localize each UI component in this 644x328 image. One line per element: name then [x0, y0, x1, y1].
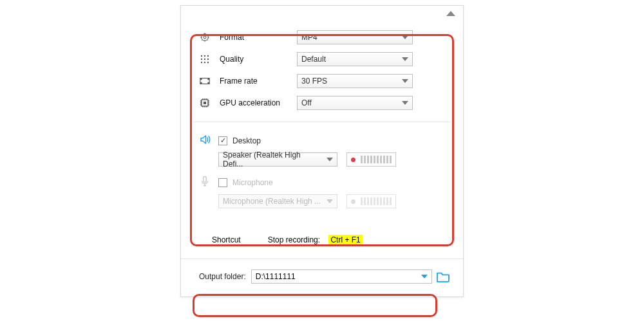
- audio-settings-section: Desktop Speaker (Realtek High Defi... Mi…: [181, 122, 463, 229]
- stop-recording-label: Stop recording:: [268, 235, 320, 244]
- format-value: MP4: [301, 33, 317, 42]
- frame-rate-icon: [199, 75, 211, 87]
- chevron-down-icon: [327, 199, 333, 203]
- svg-point-3: [204, 55, 205, 57]
- gpu-value: Off: [301, 98, 312, 107]
- chevron-down-icon: [421, 275, 428, 278]
- svg-point-5: [201, 59, 202, 60]
- desktop-audio-row: Desktop: [199, 134, 445, 147]
- desktop-device-select[interactable]: Speaker (Realtek High Defi...: [218, 152, 337, 167]
- quality-select[interactable]: Default: [297, 52, 413, 66]
- gpu-select[interactable]: Off: [297, 96, 413, 110]
- microphone-checkbox[interactable]: [218, 178, 227, 187]
- video-settings-section: Format MP4 Quality Default Frame rate 30…: [181, 19, 463, 122]
- speaker-icon: [199, 134, 213, 147]
- desktop-device-value: Speaker (Realtek High Defi...: [223, 150, 323, 169]
- svg-point-6: [204, 59, 205, 60]
- shortcut-label: Shortcut: [212, 235, 241, 244]
- desktop-device-row: Speaker (Realtek High Defi...: [218, 152, 445, 167]
- svg-point-2: [201, 55, 202, 57]
- svg-point-4: [207, 55, 209, 57]
- quality-icon: [199, 53, 211, 65]
- record-indicator-icon: [351, 158, 355, 162]
- chevron-down-icon: [327, 158, 333, 161]
- chevron-down-icon: [402, 79, 408, 83]
- svg-point-1: [204, 36, 206, 39]
- svg-rect-14: [207, 78, 209, 80]
- desktop-label: Desktop: [232, 136, 261, 145]
- quality-value: Default: [301, 55, 326, 64]
- collapse-icon[interactable]: [446, 11, 455, 16]
- svg-point-9: [204, 62, 205, 63]
- quality-row: Quality Default: [199, 52, 445, 66]
- svg-rect-13: [200, 82, 202, 84]
- panel-collapse-row: [181, 6, 463, 19]
- microphone-icon: [199, 176, 213, 189]
- settings-panel: Format MP4 Quality Default Frame rate 30…: [180, 5, 464, 297]
- microphone-device-row: Microphone (Realtek High ...: [218, 194, 445, 208]
- output-folder-path: D:\1111111: [256, 272, 296, 281]
- browse-folder-button[interactable]: [436, 271, 450, 282]
- chevron-down-icon: [402, 35, 408, 39]
- chevron-down-icon: [402, 57, 408, 61]
- gpu-label: GPU acceleration: [220, 98, 297, 107]
- svg-point-10: [207, 62, 209, 63]
- stop-recording-key[interactable]: Ctrl + F1: [328, 235, 362, 245]
- quality-label: Quality: [220, 55, 297, 64]
- microphone-device-select: Microphone (Realtek High ...: [218, 194, 337, 208]
- output-folder-select[interactable]: D:\1111111: [251, 269, 432, 284]
- svg-rect-15: [207, 82, 209, 84]
- desktop-checkbox[interactable]: [218, 136, 227, 145]
- format-icon: [199, 32, 211, 43]
- gpu-row: GPU acceleration Off: [199, 96, 445, 110]
- format-row: Format MP4: [199, 30, 445, 44]
- microphone-device-value: Microphone (Realtek High ...: [223, 197, 321, 206]
- svg-rect-17: [204, 102, 206, 104]
- frame-rate-label: Frame rate: [220, 77, 297, 86]
- frame-rate-value: 30 FPS: [301, 77, 327, 86]
- microphone-level-meter: [346, 194, 396, 208]
- frame-rate-row: Frame rate 30 FPS: [199, 74, 445, 88]
- desktop-level-meter: [346, 152, 396, 167]
- chevron-down-icon: [402, 101, 408, 105]
- annotation-output-highlight: [193, 294, 437, 317]
- svg-rect-12: [200, 78, 202, 80]
- gpu-icon: [199, 97, 211, 109]
- level-bars: [361, 156, 392, 163]
- svg-rect-18: [204, 177, 207, 183]
- output-folder-label: Output folder:: [199, 272, 246, 281]
- svg-point-7: [207, 59, 209, 60]
- microphone-label: Microphone: [232, 178, 273, 187]
- format-label: Format: [220, 33, 297, 42]
- stop-recording-group: Stop recording: Ctrl + F1: [268, 235, 363, 244]
- format-select[interactable]: MP4: [297, 30, 413, 44]
- microphone-audio-row: Microphone: [199, 176, 445, 189]
- level-bars: [361, 197, 392, 205]
- svg-point-8: [201, 62, 202, 63]
- frame-rate-select[interactable]: 30 FPS: [297, 74, 413, 88]
- output-footer: Output folder: D:\1111111: [181, 259, 463, 296]
- shortcut-row: Shortcut Stop recording: Ctrl + F1: [181, 229, 463, 259]
- record-indicator-icon: [351, 199, 355, 204]
